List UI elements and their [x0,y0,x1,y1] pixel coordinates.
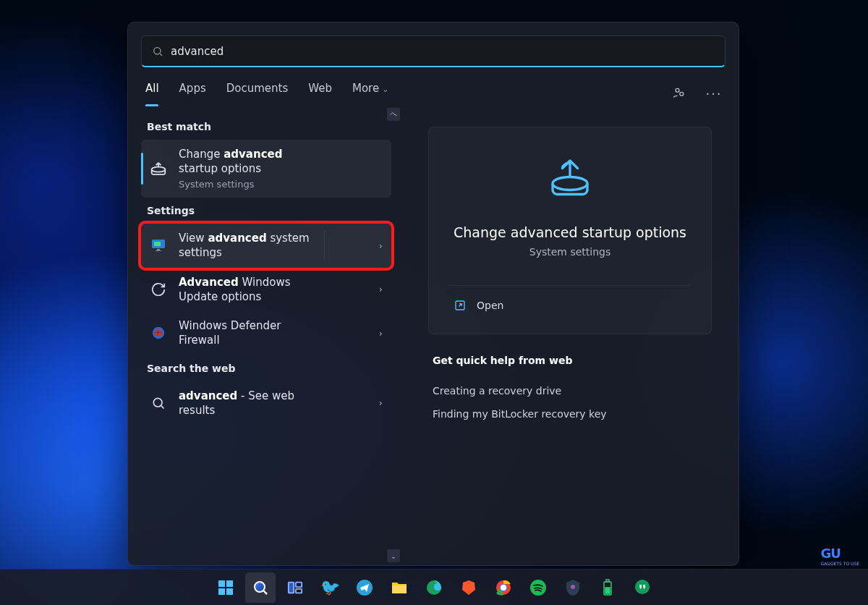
preview-column: Change advanced startup options System s… [401,105,739,565]
result-advanced-windows-update[interactable]: Advanced Windows Update options › [141,268,391,312]
result-label: advanced - See web results [179,389,294,418]
svg-rect-5 [154,242,161,246]
result-label: Advanced Windows Update options [179,275,290,305]
result-label: View advanced system settings [179,231,310,261]
svg-rect-21 [296,582,302,586]
watermark: GU GADGETS TO USE [821,546,859,566]
search-input[interactable] [171,45,715,58]
svg-rect-17 [218,588,225,595]
chevron-right-icon: › [379,328,383,339]
taskbar-app-explorer[interactable] [384,572,414,603]
startup-icon [148,158,169,179]
svg-rect-6 [157,249,160,250]
refresh-icon [148,279,169,300]
result-view-advanced-system-settings[interactable]: View advanced system settings › [141,224,391,268]
scroll-up-button[interactable]: ヘ [387,108,400,121]
taskbar-app-spotify[interactable] [523,572,553,603]
section-best-match: Best match [147,121,401,132]
section-search-web: Search the web [147,363,401,374]
taskbar-app-edge[interactable] [419,572,449,603]
tab-more[interactable]: More⌄ [352,82,388,105]
svg-rect-20 [289,582,294,593]
svg-rect-22 [296,588,302,593]
scroll-down-button[interactable]: ⌄ [387,549,400,562]
tab-all[interactable]: All [145,82,159,105]
section-settings: Settings [147,205,401,216]
svg-rect-24 [392,585,407,593]
search-icon [152,46,163,57]
tab-documents[interactable]: Documents [226,82,289,105]
taskbar-app-hangouts[interactable] [627,572,658,603]
taskbar-app-battery[interactable] [592,572,623,603]
svg-point-0 [154,47,161,54]
svg-rect-11 [158,331,158,336]
svg-point-30 [571,585,575,589]
quick-help-section: Get quick help from web Creating a recov… [428,355,712,426]
svg-point-3 [152,167,166,172]
startup-icon-large [544,152,596,204]
more-options-icon[interactable]: ··· [707,86,721,101]
preview-title: Change advanced startup options [454,224,686,240]
start-search-panel: All Apps Documents Web More⌄ ··· ヘ Best … [127,22,739,566]
result-label: Change advanced startup options System s… [179,147,282,190]
filter-tabs: All Apps Documents Web More⌄ ··· [128,67,739,105]
svg-rect-7 [156,250,161,251]
results-column: ヘ Best match Change advanced startup opt… [128,105,401,565]
svg-rect-32 [606,580,609,582]
result-label: Windows Defender Firewall [179,318,281,348]
taskbar: 🐦 [0,569,868,605]
taskbar-app-brave[interactable] [454,572,484,603]
search-box[interactable] [141,35,726,67]
chevron-down-icon: ⌄ [382,85,388,94]
help-link-recovery-drive[interactable]: Creating a recovery drive [433,379,707,402]
divider [324,231,325,261]
result-web-advanced[interactable]: advanced - See web results › [141,381,391,426]
svg-rect-18 [226,588,233,595]
preview-card: Change advanced startup options System s… [428,127,712,334]
chevron-right-icon: › [379,240,383,251]
help-link-bitlocker-key[interactable]: Finding my BitLocker recovery key [433,402,707,426]
svg-rect-16 [226,580,233,587]
result-windows-defender-firewall[interactable]: Windows Defender Firewall › [141,311,391,355]
preview-subtitle: System settings [529,246,611,258]
taskbar-app-vpn[interactable] [558,572,588,603]
svg-point-1 [676,88,679,92]
chevron-right-icon: › [379,284,383,295]
help-title: Get quick help from web [433,355,707,366]
svg-point-2 [680,92,684,96]
firewall-icon [148,323,169,343]
svg-point-13 [553,177,587,190]
svg-point-12 [153,398,162,407]
svg-point-34 [635,580,650,594]
svg-rect-33 [605,588,610,593]
chevron-right-icon: › [379,397,383,408]
svg-rect-15 [218,580,225,587]
svg-point-19 [255,582,265,592]
monitor-settings-icon [148,235,169,255]
taskbar-app-chrome[interactable] [488,572,519,603]
tab-web[interactable]: Web [308,82,332,105]
open-icon [454,299,467,312]
start-button[interactable] [210,572,241,603]
search-scope-icon[interactable] [672,86,686,101]
taskbar-app-1[interactable]: 🐦 [315,572,345,603]
svg-point-28 [501,585,506,591]
tab-apps[interactable]: Apps [179,82,206,105]
result-change-advanced-startup[interactable]: Change advanced startup options System s… [141,140,391,198]
search-button[interactable] [245,572,276,603]
search-icon [148,393,169,413]
task-view-button[interactable] [280,572,310,603]
open-action[interactable]: Open [449,286,691,315]
taskbar-app-telegram[interactable] [349,572,380,603]
